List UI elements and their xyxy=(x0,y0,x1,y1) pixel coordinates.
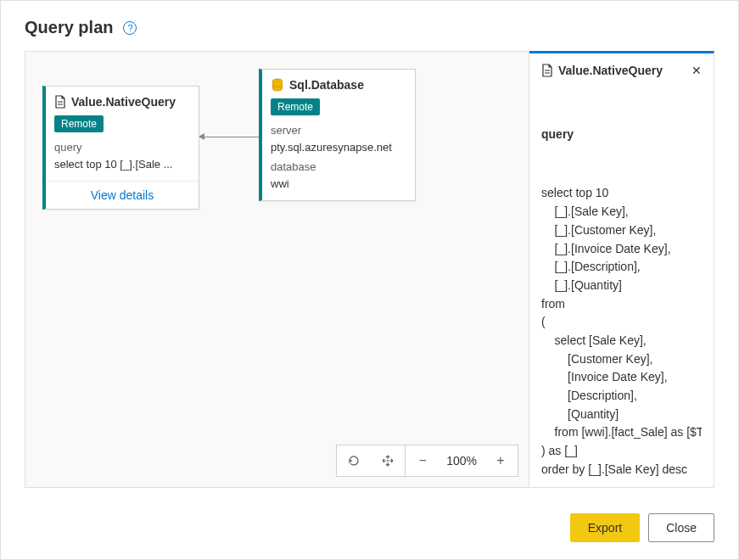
query-plan-dialog: Query plan ? Value.NativeQuery Remote qu… xyxy=(0,0,739,560)
remote-badge: Remote xyxy=(271,98,320,115)
param-value: wwi xyxy=(271,176,406,193)
zoom-controls: − 100% + xyxy=(336,445,518,477)
node-body: server pty.sql.azuresynapse.net database… xyxy=(262,122,415,200)
content-area: Value.NativeQuery Remote query select to… xyxy=(1,51,738,501)
node-title: Sql.Database xyxy=(289,78,364,92)
param-label: query xyxy=(54,139,190,156)
details-title: Value.NativeQuery xyxy=(558,64,663,77)
node-header: Value.NativeQuery xyxy=(46,87,199,114)
view-details-link[interactable]: View details xyxy=(46,181,199,209)
zoom-value: 100% xyxy=(439,445,484,476)
dialog-footer: Export Close xyxy=(1,501,738,559)
document-icon xyxy=(54,95,66,109)
plan-node-native-query[interactable]: Value.NativeQuery Remote query select to… xyxy=(42,86,199,210)
zoom-out-button[interactable]: − xyxy=(406,445,439,476)
export-button[interactable]: Export xyxy=(570,513,640,542)
database-icon xyxy=(271,78,284,92)
node-title: Value.NativeQuery xyxy=(71,95,176,109)
zoom-in-button[interactable]: + xyxy=(484,445,518,476)
node-header: Sql.Database xyxy=(262,70,415,97)
details-body: query select top 10 [_].[Sale Key], [_].… xyxy=(541,89,702,477)
details-header: Value.NativeQuery ✕ xyxy=(541,64,702,77)
details-section-label: query xyxy=(541,126,702,144)
connector-line xyxy=(204,137,260,137)
document-icon xyxy=(541,64,553,77)
param-value: pty.sql.azuresynapse.net xyxy=(271,139,406,156)
node-body: query select top 10 [_].[Sale ... xyxy=(46,139,199,181)
close-details-button[interactable]: ✕ xyxy=(691,64,702,77)
plan-canvas[interactable]: Value.NativeQuery Remote query select to… xyxy=(25,51,529,488)
remote-badge: Remote xyxy=(54,115,104,132)
details-title-row: Value.NativeQuery xyxy=(541,64,663,77)
close-button[interactable]: Close xyxy=(648,513,714,542)
help-icon[interactable]: ? xyxy=(123,21,137,35)
plan-node-sql-database[interactable]: Sql.Database Remote server pty.sql.azure… xyxy=(259,69,416,201)
fit-view-button[interactable] xyxy=(371,445,405,476)
details-panel: Value.NativeQuery ✕ query select top 10 … xyxy=(529,51,714,488)
dialog-title: Query plan xyxy=(25,18,113,37)
dialog-header: Query plan ? xyxy=(1,1,738,51)
param-label: server xyxy=(271,122,406,139)
param-value: select top 10 [_].[Sale ... xyxy=(54,156,190,173)
details-query-text: select top 10 [_].[Sale Key], [_].[Custo… xyxy=(541,184,702,477)
param-label: database xyxy=(271,159,406,176)
svg-point-1 xyxy=(387,460,389,462)
reset-view-button[interactable] xyxy=(337,445,371,476)
connector-arrow-icon xyxy=(199,133,204,140)
